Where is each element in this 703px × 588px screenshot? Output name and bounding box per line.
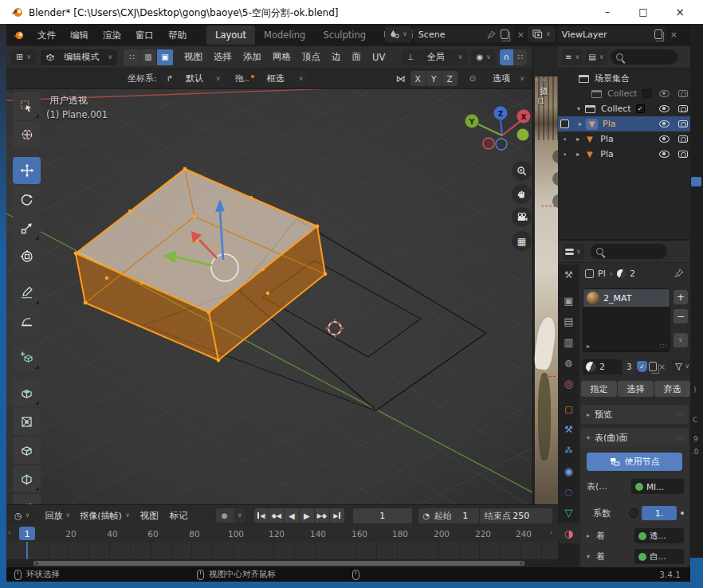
- tool-transform[interactable]: [13, 243, 41, 270]
- properties-search-input[interactable]: [591, 244, 667, 259]
- menu-uv[interactable]: UV: [367, 48, 391, 67]
- menu-add[interactable]: 添加: [238, 48, 267, 67]
- tab-physics[interactable]: ◉: [558, 461, 579, 481]
- face-select-button[interactable]: ▣: [157, 49, 174, 65]
- new-scene-icon[interactable]: [501, 29, 509, 39]
- region-expand-icon[interactable]: ›: [8, 528, 11, 536]
- menu-file[interactable]: 文件: [30, 25, 63, 45]
- factor-socket-icon[interactable]: [629, 508, 638, 518]
- expand-icon[interactable]: ▸: [587, 343, 590, 350]
- snap-settings-icon[interactable]: ∷: [513, 49, 527, 65]
- stopwatch-icon[interactable]: ◔: [418, 512, 434, 520]
- tool-add-cube[interactable]: [13, 343, 41, 370]
- outliner-row-collection[interactable]: ▾ Collect ✓: [558, 101, 690, 116]
- exclude-checkbox[interactable]: [642, 89, 651, 98]
- shader-dropdown[interactable]: 自...: [634, 549, 684, 564]
- menu-window[interactable]: 窗口: [128, 25, 161, 45]
- tool-inset-faces[interactable]: [13, 408, 41, 435]
- playhead-line[interactable]: [26, 542, 28, 559]
- material-browse-button[interactable]: 2: [583, 359, 622, 374]
- play-reverse-button[interactable]: ◀: [285, 508, 300, 523]
- outliner-display-mode-button[interactable]: ≡ ∨: [562, 49, 583, 65]
- scene-browse-button[interactable]: ∨: [385, 26, 412, 42]
- tool-extrude-region[interactable]: [13, 379, 41, 406]
- expand-icon[interactable]: ▸: [579, 120, 582, 127]
- material-filter-button[interactable]: ∨: [672, 359, 692, 374]
- menu-playback[interactable]: 回放∨: [40, 508, 75, 523]
- jump-to-start-button[interactable]: ◀: [254, 508, 269, 523]
- shader-dropdown[interactable]: 透...: [634, 528, 684, 543]
- tab-object-data[interactable]: ▽: [558, 502, 579, 523]
- mirror-x-button[interactable]: X: [410, 71, 426, 86]
- zoom-icon[interactable]: [512, 161, 532, 181]
- end-frame-field[interactable]: 250: [511, 511, 532, 521]
- pin-icon[interactable]: [487, 30, 496, 39]
- outliner-search-input[interactable]: [611, 49, 677, 65]
- hide-eye-icon[interactable]: [659, 120, 670, 127]
- workspace-tab-modeling[interactable]: Modeling: [255, 25, 314, 45]
- hide-eye-icon[interactable]: [659, 105, 670, 112]
- animate-dot-icon[interactable]: [681, 512, 684, 515]
- outliner-row-collection-excluded[interactable]: Collect: [558, 86, 690, 101]
- play-button[interactable]: ▶: [300, 508, 315, 523]
- prev-keyframe-button[interactable]: ◆◀: [269, 508, 285, 523]
- menu-face[interactable]: 面: [347, 48, 367, 67]
- current-frame-field[interactable]: 1: [353, 508, 412, 523]
- camera-view-strip[interactable]: ‹ › 摄 (1: [532, 46, 558, 504]
- tool-loop-cut[interactable]: [13, 465, 41, 492]
- select-button[interactable]: 选择: [618, 381, 654, 397]
- menu-mesh[interactable]: 网格: [267, 48, 297, 67]
- tool-bevel[interactable]: [13, 437, 41, 464]
- mirror-z-button[interactable]: Z: [442, 71, 458, 86]
- close-button[interactable]: ×: [666, 1, 693, 23]
- tab-scene[interactable]: ◍: [558, 352, 579, 373]
- disable-render-icon[interactable]: [678, 120, 688, 128]
- viewport-3d[interactable]: Z X Y 用户透视 (1) Plane.001 ▦: [6, 89, 532, 504]
- tab-tool[interactable]: ⚒: [558, 265, 579, 285]
- pin-icon[interactable]: [674, 269, 684, 278]
- vertex-select-button[interactable]: ∷: [124, 49, 140, 65]
- expand-icon[interactable]: ▾: [587, 553, 590, 560]
- disable-render-icon[interactable]: [678, 151, 688, 159]
- mirror-y-button[interactable]: Y: [426, 71, 442, 86]
- add-slot-button[interactable]: +: [674, 290, 688, 304]
- menu-edit[interactable]: 编辑: [63, 25, 96, 45]
- ortho-grid-icon[interactable]: ▦: [512, 231, 532, 251]
- tab-particles[interactable]: ⁂: [558, 440, 579, 461]
- surface-panel-header[interactable]: ▾ 表(曲)面 ∷∷: [581, 428, 689, 447]
- tool-measure[interactable]: [13, 308, 41, 335]
- menu-render[interactable]: 渲染: [96, 25, 128, 45]
- tab-modifiers[interactable]: ⚒: [558, 419, 579, 440]
- tab-output[interactable]: ▤: [558, 311, 579, 331]
- timeline-scrollbar[interactable]: [6, 559, 558, 567]
- menu-view[interactable]: 视图: [179, 48, 208, 67]
- tab-view-layer[interactable]: ▥: [558, 331, 579, 352]
- tab-object[interactable]: ▢: [558, 398, 579, 419]
- camera-view-icon[interactable]: [512, 207, 532, 227]
- breadcrumb-object[interactable]: Pl: [598, 269, 606, 279]
- remove-viewlayer-icon[interactable]: ×: [669, 29, 679, 40]
- unlink-scene-icon[interactable]: ×: [515, 29, 527, 40]
- menu-select[interactable]: 选择: [208, 48, 238, 67]
- menu-edge[interactable]: 边: [326, 48, 347, 67]
- pivot-dropdown[interactable]: ◉ ∨: [471, 49, 496, 65]
- tab-render[interactable]: ▣: [558, 290, 579, 311]
- options-dropdown[interactable]: 选项 ∨: [488, 71, 529, 87]
- coord-dropdown[interactable]: ↱ 默认 ∨: [162, 71, 226, 87]
- tool-scale[interactable]: [13, 214, 41, 241]
- disable-render-icon[interactable]: [678, 90, 688, 98]
- factor-value-field[interactable]: 1.: [642, 506, 677, 520]
- hide-eye-icon[interactable]: [659, 151, 670, 158]
- hide-eye-icon[interactable]: [659, 135, 670, 143]
- expand-icon[interactable]: ▾: [577, 105, 580, 112]
- outliner-row-scene-collection[interactable]: 场景集合: [558, 71, 690, 86]
- blender-menu-icon[interactable]: [6, 29, 30, 41]
- fake-user-shield-icon[interactable]: ✓: [637, 361, 647, 372]
- preview-panel-header[interactable]: ▸ 预览 ∷∷: [581, 405, 689, 424]
- menu-markers[interactable]: 标记: [164, 506, 194, 525]
- timeline-ruler[interactable]: 20 40 60 80 100 120 140 160 180 200 220 …: [6, 526, 558, 542]
- tool-select-box[interactable]: [13, 92, 41, 120]
- menu-vertex[interactable]: 顶点: [297, 48, 326, 67]
- expand-icon[interactable]: ▸: [576, 151, 579, 158]
- material-slot-active[interactable]: 2_MAT: [583, 289, 670, 307]
